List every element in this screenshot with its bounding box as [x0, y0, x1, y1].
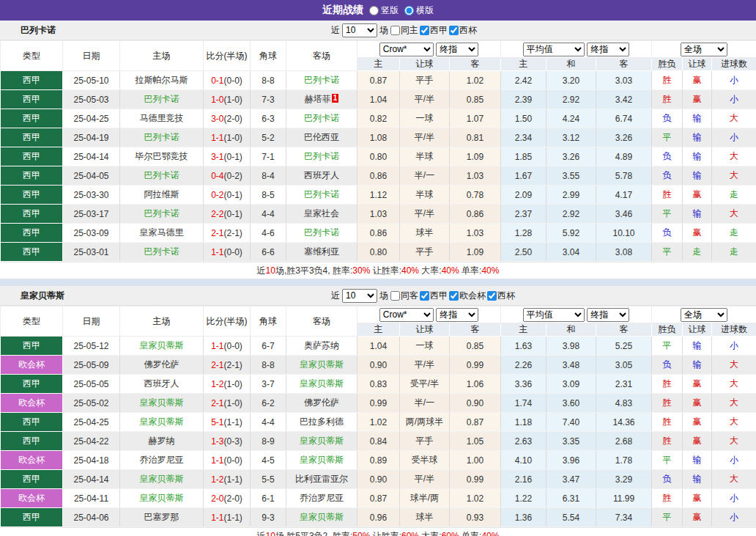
league-cell: 西甲 [1, 508, 63, 527]
avg-away-cell: 3.26 [596, 128, 652, 147]
avg-final-select[interactable]: 终指 [587, 43, 629, 56]
odds-home-cell: 0.84 [357, 432, 400, 451]
corner-cell: 5-5 [251, 470, 286, 489]
home-team-cell: 巴列卡诺 [120, 128, 204, 147]
odds-home-cell: 0.86 [357, 224, 400, 243]
col-header-date: 日期 [63, 41, 120, 71]
odds-home-cell: 0.90 [357, 470, 400, 489]
odds-handicap-cell: 平/半 [400, 205, 450, 224]
summary-part: 场,胜3平3负4, 胜率: [275, 265, 352, 276]
half-score: (1-0) [224, 379, 242, 389]
summary-part: 近 [257, 531, 266, 536]
half-score: (2-0) [224, 114, 242, 124]
odds-handicap-cell: 球半 [400, 508, 450, 527]
match-count-select[interactable]: 10 [342, 289, 377, 303]
away-team-name: 皇家贝蒂斯 [300, 359, 344, 370]
corner-cell: 7-1 [251, 147, 286, 166]
odds-away-cell: 0.86 [450, 205, 501, 224]
result-handicap-cell: 赢 [683, 375, 712, 394]
away-team-cell: 巴列卡诺 [286, 224, 357, 243]
odds-away-cell: 1.09 [450, 243, 501, 262]
home-team-name: 皇家贝蒂斯 [140, 397, 184, 408]
odds-final-select[interactable]: 终指 [436, 308, 478, 322]
result-handicap-cell: 输 [683, 205, 712, 224]
games-label: 场 [379, 290, 388, 302]
avg-home-cell: 2.09 [501, 186, 546, 205]
avg-draw-cell: 3.55 [546, 166, 596, 186]
odds-away-cell: 0.81 [450, 128, 501, 147]
filter-checkbox-2[interactable] [449, 26, 459, 35]
filter-checkbox-2[interactable] [449, 291, 459, 301]
avg-away-cell: 3.42 [596, 90, 652, 109]
odds-away-cell: 0.90 [450, 394, 501, 413]
games-label: 场 [379, 24, 388, 37]
league-cell: 西甲 [1, 109, 63, 128]
filter-bar: 近 10 场 同客西甲欧会杯西杯 [331, 289, 515, 303]
result-winloss-cell: 胜 [652, 186, 683, 205]
away-team-name: 皇家贝蒂斯 [300, 512, 344, 522]
away-team-name: 比利亚雷亚尔 [295, 474, 348, 484]
odds-handicap-cell: 一球 [400, 109, 450, 128]
odds-away-cell: 0.87 [450, 413, 501, 432]
score-cell: 1-1(0-0) [204, 337, 251, 356]
odds-away-cell: 0.99 [450, 356, 501, 375]
score-cell: 0-4(0-2) [204, 166, 251, 186]
odds-home-cell: 0.99 [357, 394, 400, 413]
horizontal-layout-radio[interactable] [404, 6, 414, 15]
corner-cell: 4-4 [251, 413, 286, 432]
date-cell: 25-03-09 [63, 224, 120, 243]
date-cell: 25-03-01 [63, 243, 120, 262]
col-header-type: 类型 [1, 306, 63, 337]
away-team-name: 奥萨苏纳 [304, 340, 339, 350]
avg-home-cell: 2.63 [501, 432, 546, 451]
summary-part: 60% [401, 531, 419, 536]
full-score: 2-1 [211, 228, 223, 238]
odds-company-select[interactable]: Crow* [379, 308, 434, 322]
filter-checkbox-0[interactable] [390, 26, 400, 35]
odds-handicap-cell: 球半/两 [400, 489, 450, 508]
avg-away-cell: 3.46 [596, 205, 652, 224]
result-goals-cell: 大 [712, 109, 756, 128]
summary-line: 近10场,胜5平3负2, 胜率:50% 让胜率:60% 大率:60% 单率:40… [0, 527, 756, 536]
away-team-cell: 巴列卡诺 [286, 186, 357, 205]
scope-select[interactable]: 全场 [681, 308, 727, 322]
away-team-cell: 巴列卡诺 [286, 71, 357, 90]
avg-final-select[interactable]: 终指 [587, 308, 629, 322]
score-cell: 1-0(1-0) [204, 90, 251, 109]
scope-select[interactable]: 全场 [681, 43, 727, 56]
col-header-avg-home: 主 [501, 323, 546, 337]
filter-checkbox-label: 西杯 [459, 24, 477, 37]
score-cell: 3-1(0-1) [204, 147, 251, 166]
avg-type-select[interactable]: 平均值 [523, 43, 585, 56]
col-header-odds-handicap: 让球 [400, 323, 450, 337]
result-handicap-cell: 赢 [683, 508, 712, 527]
avg-away-cell: 4.89 [596, 147, 652, 166]
home-team-name: 巴列卡诺 [144, 246, 179, 257]
filter-checkbox-label: 同主 [401, 24, 418, 37]
filter-checkbox-0[interactable] [390, 291, 400, 301]
avg-home-cell: 1.22 [501, 489, 546, 508]
full-score: 2-1 [211, 360, 223, 370]
filter-checkbox-1[interactable] [420, 291, 429, 301]
home-team-cell: 巴列卡诺 [120, 90, 204, 109]
odds-company-select[interactable]: Crow* [379, 43, 434, 56]
odds-final-select[interactable]: 终指 [436, 43, 478, 56]
col-header-away: 客场 [286, 41, 357, 71]
league-cell: 西甲 [1, 147, 63, 166]
filter-checkbox-1[interactable] [420, 26, 429, 35]
vertical-layout-radio[interactable] [369, 6, 379, 15]
col-header-handicap-result: 让球 [683, 58, 712, 71]
avg-draw-cell: 6.31 [546, 489, 596, 508]
full-score: 3-0 [211, 114, 223, 124]
filter-checkbox-3[interactable] [487, 291, 497, 301]
col-header-corner: 角球 [251, 41, 286, 71]
match-count-select[interactable]: 10 [342, 23, 377, 37]
league-cell: 西甲 [1, 166, 63, 186]
date-cell: 25-04-25 [63, 413, 120, 432]
date-cell: 25-04-25 [63, 109, 120, 128]
result-winloss-cell: 负 [652, 147, 683, 166]
avg-type-select[interactable]: 平均值 [523, 308, 585, 322]
avg-home-cell: 1.36 [501, 508, 546, 527]
home-team-name: 毕尔巴鄂竞技 [136, 151, 188, 161]
filter-checkbox-label: 西杯 [497, 290, 515, 302]
